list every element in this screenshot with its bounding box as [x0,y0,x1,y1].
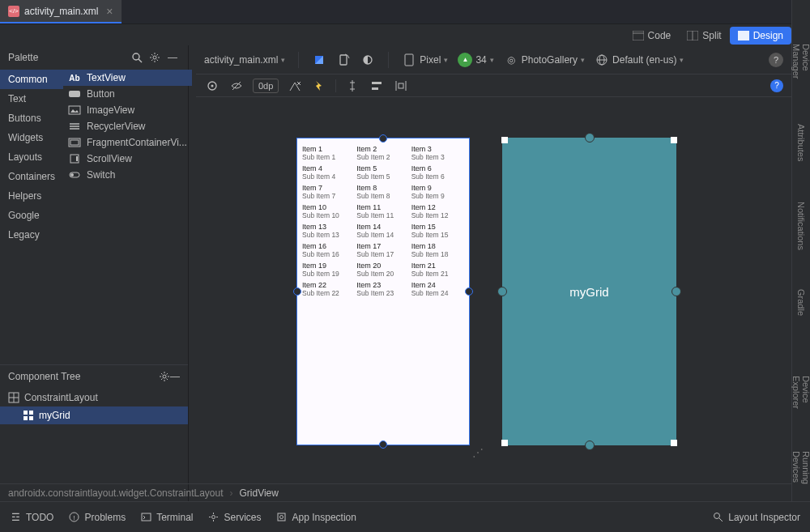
design-preview[interactable]: Item 1Sub Item 1Item 2Sub Item 2Item 3Su… [296,138,470,445]
palette-category-buttons[interactable]: Buttons [0,109,63,128]
palette-category-layouts[interactable]: Layouts [0,147,63,167]
palette-category-containers[interactable]: Containers [0,167,63,186]
help-icon[interactable]: ? [770,79,783,92]
selection-corner[interactable] [671,137,677,143]
palette-item-fragmentcontainervi[interactable]: FragmentContainerVi... [63,134,192,151]
file-tab[interactable]: </> activity_main.xml × [0,0,122,23]
breadcrumb-item[interactable]: androidx.constraintlayout.widget.Constra… [8,487,224,499]
problems-icon: ! [68,512,79,523]
design-view-button[interactable]: Design [730,27,791,45]
gradle-tab[interactable]: Gradle [795,274,807,316]
tree-root-label: ConstraintLayout [24,392,98,403]
theme-selector[interactable]: ◎ PhotoGallery ▾ [504,53,585,67]
palette-category-common[interactable]: Common [0,70,63,89]
palette-item-label: RecyclerView [87,121,145,132]
align-icon[interactable] [369,78,385,94]
grid-item-title: Item 15 [411,223,464,231]
selection-corner[interactable] [501,440,508,446]
grid-item-title: Item 7 [302,184,355,192]
grid-cell: Item 23Sub Item 23 [356,281,409,297]
palette-item-button[interactable]: Button [63,86,192,102]
palette-item-recyclerview[interactable]: RecyclerView [63,118,192,134]
grid-item-title: Item 19 [302,262,355,270]
chevron-down-icon: ▾ [490,56,494,64]
layout-file-selector[interactable]: activity_main.xml ▾ [204,54,285,66]
gear-icon[interactable] [147,50,162,65]
notifications-tab[interactable]: Notifications [795,186,807,250]
resize-handle-left[interactable] [293,287,301,296]
clear-constraints-icon[interactable] [287,78,303,94]
device-explorer-tab[interactable]: Device Explorer [791,364,810,415]
palette-category-helpers[interactable]: Helpers [0,186,63,206]
default-margin-selector[interactable]: 0dp [253,79,279,93]
breadcrumb-item[interactable]: GridView [240,487,279,499]
todo-tab[interactable]: ☲TODO [10,512,53,523]
palette-category-google[interactable]: Google [0,206,63,225]
svg-point-14 [211,84,214,87]
selection-corner[interactable] [671,440,677,446]
resize-handle-right[interactable] [465,287,473,296]
design-canvas[interactable]: Item 1Sub Item 1Item 2Sub Item 2Item 3Su… [196,97,791,487]
palette-item-scrollview[interactable]: ScrollView [63,151,192,167]
locale-selector[interactable]: Default (en-us) ▾ [595,53,684,67]
problems-tab[interactable]: !Problems [68,512,126,523]
split-view-button[interactable]: Split [679,27,729,45]
grid-item-subtitle: Sub Item 14 [356,231,409,239]
toggle-visibility-icon[interactable] [228,78,245,94]
grid-item-title: Item 10 [302,203,355,211]
help-icon[interactable]: ? [769,53,783,67]
app-inspection-tab[interactable]: App Inspection [276,512,356,523]
night-mode-icon[interactable] [360,53,375,67]
pack-icon[interactable] [393,78,409,94]
tree-child-row[interactable]: myGrid [0,406,188,424]
select-icon[interactable] [204,78,220,94]
orientation-icon[interactable] [336,53,351,67]
services-tab[interactable]: Services [208,512,262,523]
code-view-button[interactable]: Code [625,27,680,45]
gear-icon[interactable] [159,371,170,382]
palette-category-widgets[interactable]: Widgets [0,128,63,147]
guidelines-icon[interactable] [344,78,360,94]
resize-handle-bottom[interactable] [379,440,387,449]
view-mode-switch: Code Split Design [625,27,791,45]
constraint-handle-bottom[interactable] [585,440,595,450]
locale-label: Default (en-us) [612,54,676,66]
resize-grip-icon[interactable]: ⋰ [472,446,484,459]
attributes-tab[interactable]: Attributes [795,109,807,161]
svg-rect-9 [405,54,413,66]
split-view-label: Split [702,30,721,41]
palette-item-label: Button [87,88,115,100]
svg-rect-25 [399,83,403,88]
layout-inspector-tab[interactable]: Layout Inspector [712,512,800,523]
palette-category-legacy[interactable]: Legacy [0,225,63,245]
api-selector[interactable]: ▲ 34 ▾ [458,53,493,67]
tree-root-row[interactable]: ConstraintLayout [0,389,188,406]
search-icon[interactable] [130,50,144,65]
selection-corner[interactable] [501,137,508,143]
grid-cell: Item 22Sub Item 22 [302,281,355,297]
minimize-icon[interactable]: — [165,50,180,65]
resize-handle-top[interactable] [379,134,387,143]
device-manager-icon [795,32,807,40]
device-label: Pixel [420,54,441,66]
svg-rect-21 [372,82,382,84]
minimize-icon[interactable]: — [170,371,180,382]
terminal-tab[interactable]: Terminal [140,512,193,523]
design-surface-icon[interactable] [312,53,326,67]
device-selector[interactable]: Pixel ▾ [402,53,448,67]
device-manager-tab[interactable]: Device Manager [791,32,810,84]
terminal-icon [140,512,151,523]
palette-item-switch[interactable]: Switch [63,167,192,183]
palette-item-imageview[interactable]: ImageView [63,102,192,118]
constraint-handle-top[interactable] [585,133,595,143]
infer-constraints-icon[interactable] [311,78,327,94]
grid-item-subtitle: Sub Item 5 [356,172,409,181]
grid-cell: Item 21Sub Item 21 [411,262,464,278]
running-devices-tab[interactable]: Running Devices [791,440,810,493]
grid-item-subtitle: Sub Item 16 [302,250,355,258]
palette-category-text[interactable]: Text [0,89,63,109]
blueprint-preview[interactable]: myGrid [502,138,676,445]
palette-item-textview[interactable]: AbTextView [63,70,192,86]
grid-item-title: Item 20 [356,262,409,270]
close-tab-icon[interactable]: × [106,5,113,18]
